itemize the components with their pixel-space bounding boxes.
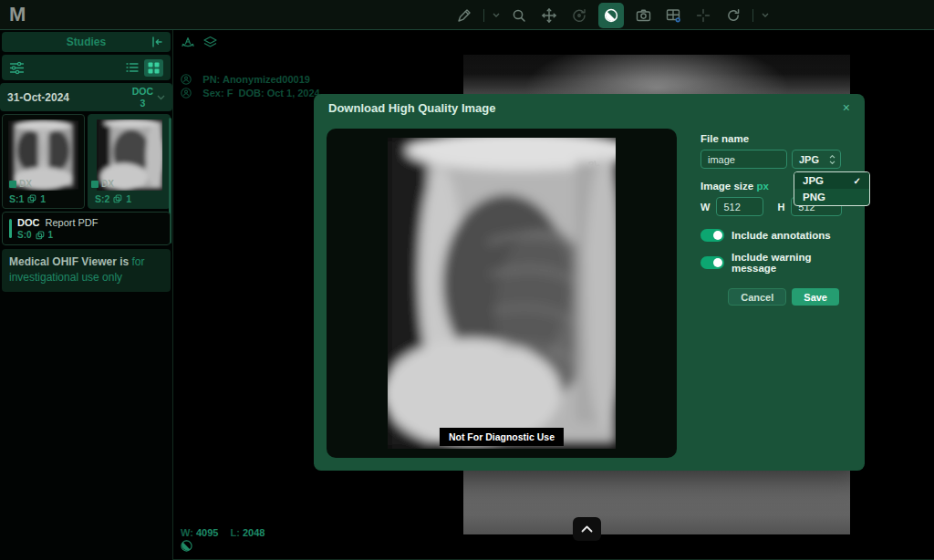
studies-sidebar: Studies 31-Oct-2024 <box>0 30 173 560</box>
include-annotations-label: Include annotations <box>732 230 831 241</box>
selection-accent-bar <box>9 219 12 238</box>
move-icon <box>541 7 557 24</box>
preview-xray-image <box>388 138 616 449</box>
level-label: L: <box>230 527 239 538</box>
grid-gear-icon <box>665 7 682 24</box>
report-pdf-item[interactable]: DOCReport PDF S:0 1 <box>2 212 171 245</box>
patient-icon <box>181 66 197 120</box>
include-warning-toggle[interactable] <box>700 256 724 269</box>
doc-modality: DOC <box>17 217 39 228</box>
chevron-down-icon <box>493 13 500 17</box>
file-type-dropdown-menu: JPG ✓ PNG <box>794 171 870 206</box>
doc-label: Report PDF <box>45 217 98 228</box>
sliders-icon <box>9 61 25 75</box>
notice-primary-text: Medical OHIF Viewer is <box>9 255 129 268</box>
series-thumbnail-1[interactable]: DX S:1 1 <box>2 114 85 209</box>
download-preview-panel: RL Not For Diagnostic Use <box>327 129 677 458</box>
pan-tool-button[interactable] <box>538 5 560 26</box>
refresh-icon <box>725 7 742 24</box>
magnifier-icon <box>511 7 527 24</box>
reset-dropdown-button[interactable] <box>762 13 769 17</box>
not-for-diagnostic-use-label: Not For Diagnostic Use <box>440 428 564 446</box>
doc-instance-count: 1 <box>48 230 54 240</box>
close-icon[interactable]: × <box>843 101 850 114</box>
thumbnail-image-lateral: DX <box>93 119 165 191</box>
modal-header: Download High Quality Image × <box>314 94 865 121</box>
study-series-count: 3 <box>140 98 145 109</box>
study-date: 31-Oct-2024 <box>7 91 69 104</box>
camera-icon <box>635 7 652 24</box>
copy-icon <box>27 194 36 203</box>
studies-panel-title: Studies <box>22 36 150 48</box>
rotate-tool-button[interactable] <box>568 5 590 26</box>
download-image-modal: Download High Quality Image × <box>314 94 865 471</box>
measurement-tool-button[interactable] <box>453 5 475 26</box>
window-level-status-icon <box>181 540 192 552</box>
width-input[interactable] <box>716 197 763 216</box>
include-annotations-toggle[interactable] <box>700 229 724 242</box>
toolbar-divider <box>752 9 753 22</box>
study-filter-row <box>2 55 171 80</box>
chevron-up-icon <box>581 525 593 533</box>
pencil-icon <box>456 7 472 24</box>
thumbnail-image-frontal: DX <box>7 119 79 191</box>
doc-series-number: S:0 <box>17 230 32 240</box>
thumbnail-modality: DX <box>19 179 32 189</box>
filter-settings-button[interactable] <box>9 61 25 75</box>
instance-count: 1 <box>126 193 131 204</box>
window-level-tool-button[interactable] <box>598 3 624 28</box>
select-spinner-icon <box>829 154 835 165</box>
series-number: S:1 <box>9 193 24 204</box>
include-warning-label: Include warning message <box>732 252 853 274</box>
study-list-item[interactable]: 31-Oct-2024 DOC 3 <box>0 83 172 111</box>
collapse-panel-button[interactable] <box>150 36 163 47</box>
measurement-dropdown-button[interactable] <box>493 13 500 17</box>
layout-tool-button[interactable] <box>662 5 684 26</box>
copy-icon <box>36 231 45 240</box>
dropdown-option-jpg[interactable]: JPG ✓ <box>794 172 869 189</box>
modality-badge-icon <box>9 181 16 188</box>
cancel-button[interactable]: Cancel <box>728 288 786 306</box>
list-view-button[interactable] <box>122 59 141 77</box>
grid-view-button[interactable] <box>144 59 163 77</box>
orientation-probe-icon[interactable] <box>181 36 195 49</box>
toolbar-divider <box>483 9 484 22</box>
rotate-3d-icon <box>571 7 587 24</box>
dropdown-option-png[interactable]: PNG <box>794 189 869 205</box>
window-level-overlay: W: 4095 L: 2048 <box>181 527 274 538</box>
thumbnail-modality: DX <box>101 179 114 189</box>
save-button[interactable]: Save <box>792 288 839 306</box>
window-label: W: <box>181 527 193 538</box>
chevron-down-icon <box>762 13 769 17</box>
file-name-label: File name <box>700 133 853 144</box>
chevron-down-icon <box>157 95 165 100</box>
list-view-icon <box>126 62 139 73</box>
zoom-tool-button[interactable] <box>508 5 530 26</box>
check-icon: ✓ <box>854 176 861 186</box>
height-label: H <box>777 202 784 213</box>
layers-icon[interactable] <box>202 36 218 49</box>
download-options-form: File name JPG Image size px W H Include … <box>700 133 853 306</box>
instance-count: 1 <box>40 193 46 204</box>
px-unit-label: px <box>756 181 768 192</box>
app-logo: M <box>9 3 25 26</box>
patient-demographics-overlay: Sex: F DOB: Oct 1, 2024 <box>202 88 319 99</box>
crosshair-icon <box>695 7 711 24</box>
series-number: S:2 <box>95 193 109 204</box>
series-thumbnail-2[interactable]: DX S:2 1 <box>88 114 171 209</box>
toolbar <box>453 0 769 30</box>
studies-panel-header: Studies <box>2 32 171 52</box>
file-type-select[interactable]: JPG <box>792 150 841 169</box>
thumbnail-list: DX S:1 1 <box>2 114 171 209</box>
grid-view-icon <box>148 62 160 74</box>
expand-bottom-panel-button[interactable] <box>573 517 601 541</box>
file-name-input[interactable] <box>700 150 787 169</box>
reset-tool-button[interactable] <box>722 5 744 26</box>
collapse-left-icon <box>150 36 163 47</box>
file-type-value: JPG <box>799 154 819 165</box>
contrast-circle-icon <box>603 7 619 24</box>
capture-tool-button[interactable] <box>632 5 654 26</box>
window-value: 4095 <box>196 527 218 538</box>
level-value: 2048 <box>243 527 265 538</box>
crosshair-tool-button[interactable] <box>692 5 714 26</box>
